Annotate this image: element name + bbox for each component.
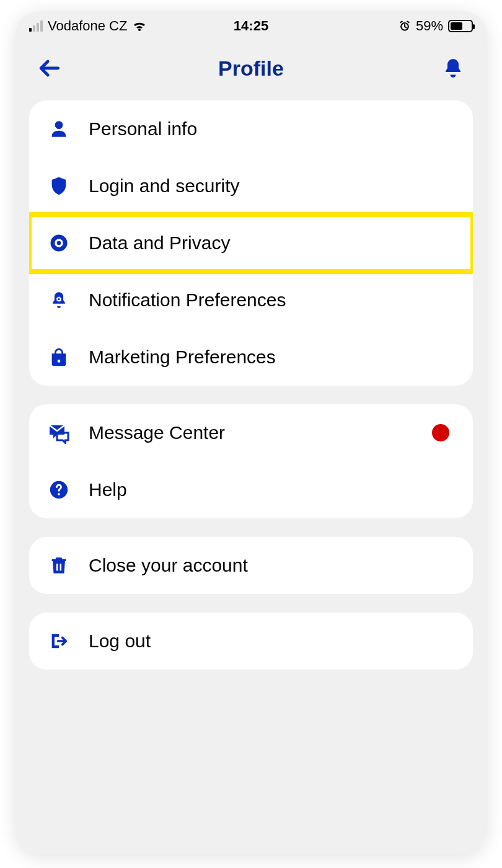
support-card: Message Center Help	[29, 404, 473, 518]
bag-icon	[46, 345, 71, 370]
svg-point-3	[57, 241, 61, 246]
shield-icon	[46, 174, 71, 198]
row-marketing-prefs[interactable]: Marketing Preferences	[29, 329, 473, 386]
row-log-out[interactable]: Log out	[29, 613, 473, 670]
row-personal-info[interactable]: Personal info	[29, 100, 473, 157]
bell-gear-icon	[46, 288, 71, 312]
logout-card: Log out	[29, 613, 473, 670]
row-close-account[interactable]: Close your account	[29, 537, 473, 594]
person-icon	[46, 117, 71, 141]
unread-dot-icon	[432, 424, 449, 441]
logout-icon	[46, 629, 71, 653]
row-label: Log out	[89, 631, 456, 652]
row-label: Login and security	[89, 175, 456, 197]
status-bar: Vodafone CZ 14:25 59%	[15, 11, 487, 41]
row-help[interactable]: Help	[29, 461, 473, 518]
svg-point-8	[58, 493, 60, 495]
bell-icon	[442, 57, 464, 79]
notifications-button[interactable]	[438, 53, 468, 83]
alarm-icon	[399, 20, 411, 32]
carrier-label: Vodafone CZ	[48, 18, 127, 34]
trash-icon	[46, 553, 71, 578]
profile-settings-card: Personal info Login and security Data an…	[29, 100, 473, 386]
battery-pct-label: 59%	[416, 18, 443, 34]
row-label: Notification Preferences	[89, 290, 456, 311]
message-icon	[46, 420, 71, 445]
back-button[interactable]	[34, 53, 64, 83]
row-label: Close your account	[89, 555, 456, 576]
app-header: Profile	[15, 41, 487, 100]
svg-point-5	[58, 298, 59, 300]
battery-icon	[448, 20, 473, 32]
page-title: Profile	[218, 56, 284, 81]
row-label: Message Center	[89, 422, 415, 443]
row-label: Marketing Preferences	[89, 347, 456, 368]
arrow-left-icon	[35, 55, 63, 82]
eye-icon	[46, 231, 71, 255]
wifi-icon	[132, 20, 147, 32]
row-notification-prefs[interactable]: Notification Preferences	[29, 272, 473, 329]
row-message-center[interactable]: Message Center	[29, 404, 473, 461]
help-icon	[46, 477, 71, 502]
row-label: Data and Privacy	[89, 232, 456, 254]
svg-rect-6	[58, 360, 60, 362]
close-account-card: Close your account	[29, 537, 473, 594]
row-label: Personal info	[89, 118, 456, 140]
cell-signal-icon	[29, 20, 43, 32]
row-data-privacy[interactable]: Data and Privacy	[29, 212, 473, 274]
row-label: Help	[89, 479, 456, 500]
row-login-security[interactable]: Login and security	[29, 157, 473, 215]
